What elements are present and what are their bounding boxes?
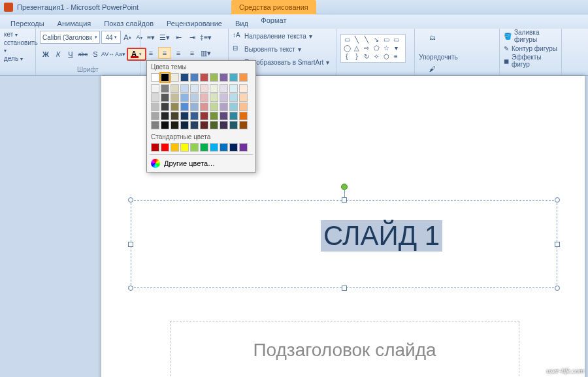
resize-handle[interactable] bbox=[555, 286, 560, 291]
color-swatch[interactable] bbox=[180, 121, 189, 129]
color-swatch[interactable] bbox=[220, 84, 228, 93]
color-swatch[interactable] bbox=[190, 93, 199, 102]
color-swatch[interactable] bbox=[161, 121, 169, 129]
color-swatch[interactable] bbox=[171, 121, 179, 129]
color-swatch[interactable] bbox=[161, 84, 169, 93]
line-spacing-button[interactable]: ‡≡▾ bbox=[199, 31, 212, 43]
color-swatch[interactable] bbox=[229, 103, 238, 111]
color-swatch[interactable] bbox=[220, 143, 228, 152]
italic-button[interactable]: К bbox=[52, 48, 64, 60]
color-swatch[interactable] bbox=[151, 84, 159, 93]
bold-button[interactable]: Ж bbox=[40, 48, 52, 60]
color-swatch[interactable] bbox=[200, 121, 208, 129]
text-direction-button[interactable]: ↕AНаправление текста ▾ bbox=[233, 30, 312, 42]
color-swatch[interactable] bbox=[239, 84, 248, 93]
tab-slideshow[interactable]: Показ слайдов bbox=[97, 18, 160, 29]
shape-textbox-icon[interactable]: ▭ bbox=[342, 36, 351, 44]
color-swatch[interactable] bbox=[210, 103, 218, 111]
color-swatch[interactable] bbox=[180, 73, 189, 82]
font-color-button[interactable]: A ▾ bbox=[127, 48, 146, 61]
tab-animation[interactable]: Анимация bbox=[51, 18, 98, 29]
color-swatch[interactable] bbox=[190, 103, 199, 111]
justify-button[interactable]: ≡ bbox=[186, 47, 199, 59]
color-swatch[interactable] bbox=[190, 84, 199, 93]
color-swatch[interactable] bbox=[210, 121, 218, 129]
color-swatch[interactable] bbox=[151, 121, 159, 129]
color-swatch[interactable] bbox=[151, 143, 159, 152]
color-swatch[interactable] bbox=[171, 103, 179, 111]
shape-outline-button[interactable]: ✎Контур фигуры bbox=[504, 42, 557, 54]
color-swatch[interactable] bbox=[229, 73, 238, 82]
grow-font-button[interactable]: A▴ bbox=[122, 31, 133, 43]
subtitle-textbox[interactable]: Подзаголовок слайда bbox=[170, 321, 519, 377]
color-swatch[interactable] bbox=[229, 121, 238, 129]
color-swatch[interactable] bbox=[239, 103, 248, 111]
color-swatch[interactable] bbox=[210, 112, 218, 120]
color-swatch[interactable] bbox=[220, 93, 228, 102]
align-text-button[interactable]: ⊟Выровнять текст ▾ bbox=[233, 43, 301, 55]
color-swatch[interactable] bbox=[151, 103, 159, 111]
resize-handle[interactable] bbox=[555, 242, 560, 247]
resize-handle[interactable] bbox=[555, 197, 560, 203]
color-swatch[interactable] bbox=[161, 93, 169, 102]
change-case-button[interactable]: Aa▾ bbox=[114, 48, 126, 60]
color-swatch[interactable] bbox=[171, 84, 179, 93]
more-colors-button[interactable]: Другие цвета… bbox=[147, 156, 255, 171]
color-swatch[interactable] bbox=[151, 93, 159, 102]
color-swatch[interactable] bbox=[220, 103, 228, 111]
tab-format[interactable]: Формат bbox=[231, 14, 316, 29]
color-swatch[interactable] bbox=[161, 143, 169, 152]
tab-review[interactable]: Рецензирование bbox=[160, 18, 229, 29]
color-swatch[interactable] bbox=[171, 93, 179, 102]
subtitle-text[interactable]: Подзаголовок слайда bbox=[171, 340, 519, 361]
indent-inc-button[interactable]: ⇥ bbox=[186, 31, 199, 43]
color-swatch[interactable] bbox=[239, 112, 248, 120]
resize-handle[interactable] bbox=[128, 197, 133, 203]
color-swatch[interactable] bbox=[190, 112, 199, 120]
bullets-button[interactable]: ≡▾ bbox=[144, 31, 157, 43]
color-swatch[interactable] bbox=[239, 73, 248, 82]
clip-btn-3[interactable]: дель ▾ bbox=[4, 54, 23, 63]
color-swatch[interactable] bbox=[229, 112, 238, 120]
underline-button[interactable]: Ч bbox=[65, 48, 76, 60]
color-swatch[interactable] bbox=[161, 112, 169, 120]
color-swatch[interactable] bbox=[151, 112, 159, 120]
char-spacing-button[interactable]: AV↔ bbox=[102, 48, 114, 60]
color-swatch[interactable] bbox=[220, 73, 228, 82]
shapes-gallery[interactable]: ▭╲╲↘▭▭ ◯△⇨⬠☆▾ {}↻✧⬡≡ bbox=[340, 34, 406, 63]
shape-effects-button[interactable]: ◼Эффекты фигур bbox=[504, 55, 557, 67]
resize-handle[interactable] bbox=[128, 286, 133, 291]
shadow-button[interactable]: S bbox=[90, 48, 101, 60]
color-swatch[interactable] bbox=[239, 121, 248, 129]
clip-btn-2[interactable]: сстановить ▾ bbox=[4, 39, 38, 54]
color-swatch[interactable] bbox=[171, 73, 179, 82]
color-swatch[interactable] bbox=[161, 103, 169, 111]
color-swatch[interactable] bbox=[210, 93, 218, 102]
color-swatch[interactable] bbox=[161, 73, 169, 82]
color-swatch[interactable] bbox=[210, 84, 218, 93]
color-swatch[interactable] bbox=[200, 112, 208, 120]
color-swatch[interactable] bbox=[171, 143, 179, 152]
color-swatch[interactable] bbox=[180, 84, 189, 93]
color-swatch[interactable] bbox=[239, 93, 248, 102]
title-text[interactable]: СЛАЙД 1 bbox=[321, 220, 442, 252]
color-swatch[interactable] bbox=[190, 73, 199, 82]
color-swatch[interactable] bbox=[200, 93, 208, 102]
align-center-button[interactable]: ≡ bbox=[158, 47, 171, 59]
color-swatch[interactable] bbox=[210, 143, 218, 152]
color-swatch[interactable] bbox=[200, 143, 208, 152]
shape-fill-button[interactable]: 🪣Заливка фигуры bbox=[504, 30, 557, 42]
color-swatch[interactable] bbox=[180, 112, 189, 120]
strike-button[interactable]: abc bbox=[77, 48, 89, 60]
color-swatch[interactable] bbox=[190, 121, 199, 129]
color-swatch[interactable] bbox=[151, 73, 159, 82]
color-swatch[interactable] bbox=[220, 121, 228, 129]
align-right-button[interactable]: ≡ bbox=[172, 47, 185, 59]
color-swatch[interactable] bbox=[210, 73, 218, 82]
color-swatch[interactable] bbox=[229, 93, 238, 102]
color-swatch[interactable] bbox=[239, 143, 248, 152]
resize-handle[interactable] bbox=[128, 242, 133, 247]
indent-dec-button[interactable]: ⇤ bbox=[172, 31, 185, 43]
color-swatch[interactable] bbox=[171, 112, 179, 120]
tab-transitions[interactable]: Переходы bbox=[4, 18, 51, 29]
